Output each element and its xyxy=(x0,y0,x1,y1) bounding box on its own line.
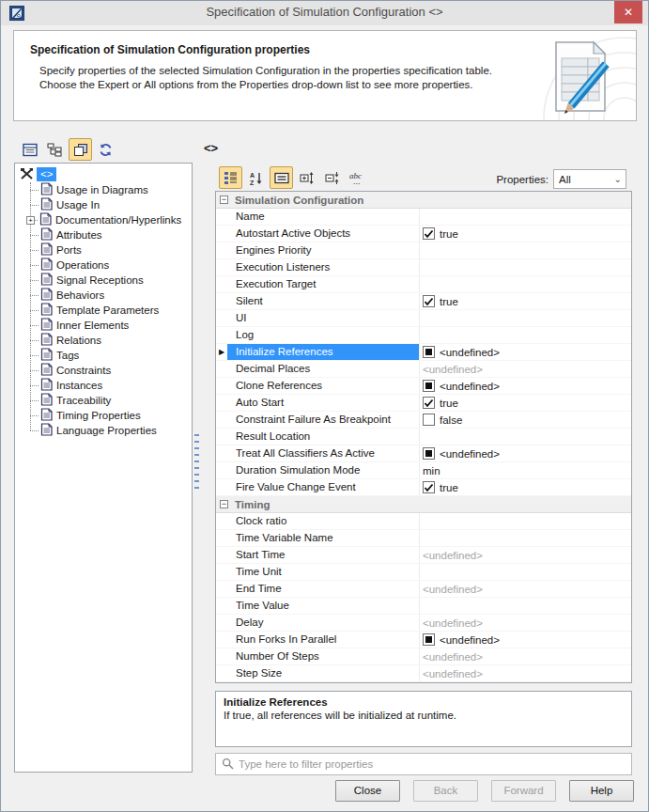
property-name-cell[interactable]: Step Size xyxy=(227,665,419,681)
tree-root-label[interactable]: <> xyxy=(37,167,56,181)
property-row[interactable]: Treat All Classifiers As Active<undefine… xyxy=(216,445,631,462)
property-name-cell[interactable]: Execution Target xyxy=(227,276,419,292)
property-name-cell[interactable]: Decimal Places xyxy=(227,361,419,377)
property-value-cell[interactable]: <undefined> xyxy=(419,547,631,563)
property-value-cell[interactable] xyxy=(419,327,631,343)
tree-item-signal-receptions[interactable]: Signal Receptions xyxy=(23,273,192,288)
property-value-cell[interactable]: <undefined> xyxy=(419,615,631,631)
property-row[interactable]: End Time<undefined> xyxy=(216,581,631,598)
property-value-cell[interactable]: <undefined> xyxy=(419,581,631,597)
property-row[interactable]: Name xyxy=(216,209,631,226)
tree-panel[interactable]: <> Usage in DiagramsUsage In+Documentati… xyxy=(14,163,193,773)
property-row[interactable]: Autostart Active Objectstrue xyxy=(216,226,631,242)
property-name-cell[interactable]: Number Of Steps xyxy=(227,648,419,664)
property-value-cell[interactable]: true xyxy=(419,395,631,411)
property-row[interactable]: Constraint Failure As Breakpointfalse xyxy=(216,412,631,429)
tree-item-tags[interactable]: Tags xyxy=(23,348,192,363)
properties-view-button[interactable] xyxy=(18,138,41,161)
property-value-cell[interactable]: <undefined> xyxy=(419,378,631,394)
property-row[interactable]: Execution Target xyxy=(216,276,631,293)
property-row[interactable]: Time Variable Name xyxy=(216,530,631,547)
property-value-cell[interactable] xyxy=(419,530,631,546)
property-row[interactable]: ▶Initialize References<undefined> xyxy=(216,344,631,361)
property-value-cell[interactable] xyxy=(419,209,631,225)
property-row[interactable]: UI xyxy=(216,310,631,327)
property-name-cell[interactable]: Start Time xyxy=(227,547,419,563)
property-row[interactable]: Auto Starttrue xyxy=(216,395,631,412)
property-row[interactable]: Time Value xyxy=(216,598,631,615)
refresh-button[interactable] xyxy=(94,138,117,161)
property-value-cell[interactable]: <undefined> xyxy=(419,632,631,648)
checkbox-checked-icon[interactable] xyxy=(423,227,435,240)
customize-properties-button[interactable]: abc... xyxy=(346,166,369,189)
property-value-cell[interactable]: <undefined> xyxy=(419,344,631,360)
checkbox-indeterminate-icon[interactable] xyxy=(423,380,435,392)
property-value-cell[interactable]: min xyxy=(419,462,631,478)
property-name-cell[interactable]: Duration Simulation Mode xyxy=(227,462,419,478)
properties-dropdown[interactable]: All ⌄ xyxy=(553,169,626,189)
close-button[interactable]: ✕ xyxy=(614,1,642,23)
property-row[interactable]: Clock ratio xyxy=(216,513,631,530)
property-name-cell[interactable]: Time Variable Name xyxy=(227,530,419,546)
property-value-cell[interactable] xyxy=(419,429,631,445)
checkbox-indeterminate-icon[interactable] xyxy=(423,447,435,460)
checkbox-unchecked-icon[interactable] xyxy=(423,414,435,426)
tree-item-usage-in[interactable]: Usage In xyxy=(23,197,192,212)
tree-item-template-parameters[interactable]: Template Parameters xyxy=(23,303,192,318)
property-row[interactable]: Step Size<undefined> xyxy=(216,665,631,682)
property-name-cell[interactable]: Delay xyxy=(227,615,419,631)
checkbox-checked-icon[interactable] xyxy=(423,397,435,409)
checkbox-checked-icon[interactable] xyxy=(423,481,435,493)
collapse-nodes-button[interactable] xyxy=(320,166,344,189)
property-name-cell[interactable]: Log xyxy=(227,327,419,343)
categorized-view-button[interactable] xyxy=(219,166,242,189)
property-row[interactable]: Duration Simulation Modemin xyxy=(216,462,631,479)
property-row[interactable]: Result Location xyxy=(216,429,631,445)
tree-item-timing-properties[interactable]: Timing Properties xyxy=(23,408,192,423)
property-value-cell[interactable]: true xyxy=(419,226,631,242)
property-row[interactable]: Time Unit xyxy=(216,564,631,581)
tree-view-button[interactable] xyxy=(43,138,67,161)
property-value-cell[interactable] xyxy=(419,564,631,580)
property-value-cell[interactable] xyxy=(419,259,631,275)
property-row[interactable]: Delay<undefined> xyxy=(216,615,631,632)
tree-item-usage-in-diagrams[interactable]: Usage in Diagrams xyxy=(23,182,192,197)
filter-input[interactable] xyxy=(239,755,631,773)
property-name-cell[interactable]: Autostart Active Objects xyxy=(227,226,419,242)
property-value-cell[interactable]: <undefined> xyxy=(419,648,631,664)
panel-splitter[interactable] xyxy=(194,434,199,489)
property-value-cell[interactable]: <undefined> xyxy=(419,445,631,461)
tree-item-inner-elements[interactable]: Inner Elements xyxy=(23,318,192,333)
sort-alphabetically-button[interactable]: AZ xyxy=(244,166,268,189)
tree-root-item[interactable]: <> xyxy=(20,166,192,182)
tree-item-documentation-hyperlinks[interactable]: +Documentation/Hyperlinks xyxy=(23,212,192,227)
group-header-row[interactable]: −Timing xyxy=(216,496,631,513)
property-row[interactable]: Start Time<undefined> xyxy=(216,547,631,564)
property-value-cell[interactable] xyxy=(419,598,631,614)
property-row[interactable]: Silenttrue xyxy=(216,293,631,310)
property-name-cell[interactable]: Fire Value Change Event xyxy=(227,479,419,495)
collapse-group-icon[interactable]: − xyxy=(220,500,228,508)
property-row[interactable]: Fire Value Change Eventtrue xyxy=(216,479,631,496)
collapse-group-icon[interactable]: − xyxy=(220,195,228,204)
property-name-cell[interactable]: Engines Priority xyxy=(227,242,419,258)
property-row[interactable]: Execution Listeners xyxy=(216,259,631,276)
property-row[interactable]: Number Of Steps<undefined> xyxy=(216,648,631,665)
property-name-cell[interactable]: Name xyxy=(227,209,419,225)
tree-item-language-properties[interactable]: Language Properties xyxy=(23,423,192,438)
property-name-cell[interactable]: Execution Listeners xyxy=(227,259,419,275)
property-value-cell[interactable]: true xyxy=(419,479,631,495)
property-name-cell[interactable]: Constraint Failure As Breakpoint xyxy=(227,412,419,428)
property-value-cell[interactable] xyxy=(419,310,631,326)
checkbox-indeterminate-icon[interactable] xyxy=(423,633,435,646)
property-name-cell[interactable]: Silent xyxy=(227,293,419,309)
group-header-row[interactable]: −Simulation Configuration xyxy=(216,192,631,209)
help-button[interactable]: Help xyxy=(569,780,634,802)
tree-item-traceability[interactable]: Traceability xyxy=(23,393,192,408)
property-value-cell[interactable] xyxy=(419,242,631,258)
property-row[interactable]: Log xyxy=(216,327,631,344)
checkbox-indeterminate-icon[interactable] xyxy=(423,346,435,358)
property-value-cell[interactable]: <undefined> xyxy=(419,361,631,377)
property-name-cell[interactable]: Initialize References xyxy=(227,344,419,360)
properties-table[interactable]: −Simulation ConfigurationNameAutostart A… xyxy=(215,191,632,683)
